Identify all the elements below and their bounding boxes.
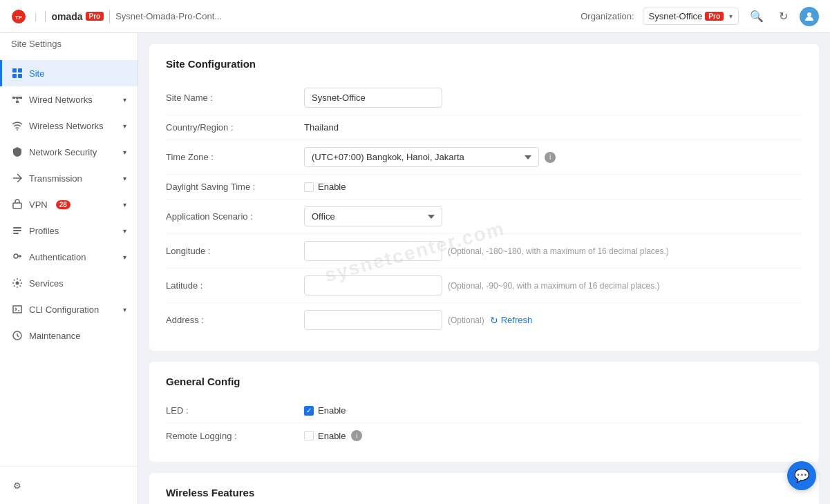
tplink-logo: TP <box>11 9 26 24</box>
svg-point-2 <box>807 12 811 17</box>
content-area: Site Configuration Site Name : Country/R… <box>138 33 830 504</box>
omada-text: omada <box>51 11 82 22</box>
sidebar-item-label-transmission: Transmission <box>29 173 82 184</box>
site-config-title: Site Configuration <box>166 58 802 70</box>
user-icon <box>804 11 815 22</box>
site-name-input[interactable] <box>304 88 442 108</box>
time-zone-select[interactable]: (UTC+07:00) Bangkok, Hanoi, Jakarta <box>304 147 539 167</box>
sidebar-item-vpn[interactable]: VPN 28 ▾ <box>0 191 138 217</box>
org-chevron-icon: ▾ <box>729 12 733 20</box>
svg-point-14 <box>17 129 18 130</box>
sidebar-item-authentication[interactable]: Authentication ▾ <box>0 244 138 270</box>
time-zone-control: (UTC+07:00) Bangkok, Hanoi, Jakarta i <box>304 147 802 167</box>
wired-chevron-icon: ▾ <box>123 96 126 104</box>
authentication-icon <box>11 251 23 263</box>
refresh-button[interactable]: ↻ Refresh <box>490 315 533 326</box>
refresh-button[interactable]: ↻ <box>773 7 793 26</box>
svg-rect-16 <box>13 227 21 229</box>
sidebar-item-maintenance[interactable]: Maintenance <box>0 322 138 349</box>
org-pro-badge: Pro <box>705 12 724 21</box>
app-scenario-label: Application Scenario : <box>166 211 304 222</box>
sidebar-item-label-security: Network Security <box>29 147 97 157</box>
logo-group: TP | omada Pro Sysnet-Omada-Pro-Cont... <box>11 9 222 24</box>
remote-logging-label-text: Enable <box>318 431 346 441</box>
latitude-label: Latitude : <box>166 280 304 291</box>
header-divider <box>109 10 110 23</box>
led-control: Enable <box>304 405 802 416</box>
remote-logging-control: Enable i <box>304 430 802 441</box>
sidebar: Site Settings Site Wired Networks ▾ <box>0 33 138 504</box>
sidebar-item-site[interactable]: Site <box>0 60 138 86</box>
daylight-saving-checkbox-label: Enable <box>318 182 346 192</box>
led-checkbox-wrap: Enable <box>304 405 346 416</box>
sidebar-item-label-vpn: VPN <box>29 200 48 210</box>
search-button[interactable]: 🔍 <box>747 7 766 26</box>
header-title: Sysnet-Omada-Pro-Cont... <box>115 11 222 21</box>
chat-button[interactable]: 💬 <box>787 461 816 490</box>
daylight-saving-checkbox[interactable] <box>304 182 314 192</box>
led-row: LED : Enable <box>166 398 802 423</box>
led-label: LED : <box>166 405 304 416</box>
app-scenario-control: Office Home Hotel Campus <box>304 206 802 226</box>
sidebar-item-label-wired: Wired Networks <box>29 95 93 105</box>
app-scenario-select[interactable]: Office Home Hotel Campus <box>304 206 442 226</box>
sidebar-item-profiles[interactable]: Profiles ▾ <box>0 217 138 244</box>
longitude-control: (Optional, -180~180, with a maximum of 1… <box>304 241 802 261</box>
address-control: (Optional) ↻ Refresh <box>304 310 802 330</box>
latitude-control: (Optional, -90~90, with a maximum of 16 … <box>304 275 802 295</box>
sidebar-item-services[interactable]: Services <box>0 270 138 296</box>
remote-logging-checkbox[interactable] <box>304 431 314 440</box>
sidebar-settings-button[interactable]: ⚙ <box>0 472 138 498</box>
site-name-control <box>304 88 802 108</box>
address-label: Address : <box>166 315 304 325</box>
refresh-icon: ↻ <box>490 315 498 326</box>
wireless-features-title: Wireless Features <box>166 487 802 498</box>
user-avatar[interactable] <box>800 7 819 26</box>
daylight-saving-control: Enable <box>304 182 802 192</box>
address-row: Address : (Optional) ↻ Refresh <box>166 303 802 337</box>
maintenance-icon <box>11 329 23 342</box>
remote-logging-row: Remote Logging : Enable i <box>166 423 802 448</box>
site-icon <box>11 67 23 79</box>
general-config-title: General Config <box>166 376 802 387</box>
site-settings-label: Site Settings <box>0 33 138 55</box>
chat-icon: 💬 <box>794 468 809 483</box>
latitude-row: Latitude : (Optional, -90~90, with a max… <box>166 269 802 303</box>
address-input[interactable] <box>304 310 442 330</box>
led-checkbox-label: Enable <box>318 405 346 416</box>
sidebar-item-cli-config[interactable]: CLI Configuration ▾ <box>0 296 138 322</box>
remote-logging-checkbox-wrap: Enable <box>304 431 346 441</box>
sidebar-item-wired-networks[interactable]: Wired Networks ▾ <box>0 86 138 113</box>
refresh-label: Refresh <box>501 315 533 325</box>
wireless-icon <box>11 119 23 132</box>
latitude-hint: (Optional, -90~90, with a maximum of 16 … <box>448 281 659 291</box>
sidebar-item-transmission[interactable]: Transmission ▾ <box>0 165 138 191</box>
remote-logging-info-icon[interactable]: i <box>351 430 362 441</box>
sidebar-item-label-cli: CLI Configuration <box>29 304 99 315</box>
time-zone-info-icon[interactable]: i <box>545 152 556 163</box>
address-optional: (Optional) <box>448 316 484 325</box>
sidebar-item-label-wireless: Wireless Networks <box>29 121 104 131</box>
sidebar-bottom: ⚙ <box>0 466 138 504</box>
sidebar-item-wireless-networks[interactable]: Wireless Networks ▾ <box>0 113 138 139</box>
site-name-label: Site Name : <box>166 93 304 103</box>
sidebar-nav: Site Wired Networks ▾ Wireless Networks … <box>0 55 138 466</box>
led-checkbox[interactable] <box>304 406 314 416</box>
sidebar-item-network-security[interactable]: Network Security ▾ <box>0 139 138 165</box>
svg-rect-18 <box>13 233 19 234</box>
site-config-card: Site Configuration Site Name : Country/R… <box>149 44 819 351</box>
latitude-input[interactable] <box>304 275 442 295</box>
daylight-saving-row: Daylight Saving Time : Enable <box>166 175 802 200</box>
sidebar-item-label-profiles: Profiles <box>29 226 59 236</box>
wireless-features-card: Wireless Features Channel Limit : Enable… <box>149 473 819 504</box>
time-zone-row: Time Zone : (UTC+07:00) Bangkok, Hanoi, … <box>166 140 802 175</box>
vpn-badge: 28 <box>56 200 70 209</box>
org-selector[interactable]: Sysnet-Office Pro ▾ <box>643 8 739 25</box>
security-chevron-icon: ▾ <box>123 148 126 156</box>
svg-point-19 <box>14 254 18 258</box>
remote-logging-label: Remote Logging : <box>166 431 304 441</box>
transmission-chevron-icon: ▾ <box>123 175 126 182</box>
site-name-row: Site Name : <box>166 81 802 115</box>
longitude-row: Longitude : (Optional, -180~180, with a … <box>166 234 802 269</box>
longitude-input[interactable] <box>304 241 442 261</box>
